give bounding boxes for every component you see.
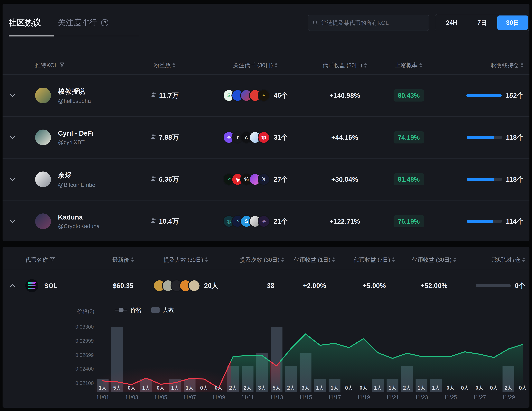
kol-handle[interactable]: @CryptoKaduna: [58, 223, 100, 229]
column-header[interactable]: 关注代币 (30日): [198, 61, 312, 69]
sort-icon: [419, 63, 422, 68]
mentioner-avatar-stack: [153, 280, 200, 292]
chevron-down-icon[interactable]: [9, 133, 17, 142]
chevron-down-icon[interactable]: [9, 175, 17, 184]
token-icon: tp: [258, 131, 270, 144]
bar-value-label: 0人: [211, 384, 226, 391]
bar-value-label: 1人: [371, 384, 385, 391]
time-filter-7d[interactable]: 7日: [467, 16, 497, 30]
column-header[interactable]: 提及次数 (30日): [225, 256, 284, 264]
followers-value: 6.36万: [159, 175, 179, 184]
bar-value-label: 3人: [298, 384, 313, 391]
x-tick-label: 11/23: [407, 394, 436, 400]
tokens-cell: ↗◉%X27个: [198, 173, 312, 186]
smart-money-cell: 118个: [440, 133, 523, 142]
kol-search[interactable]: [308, 15, 429, 31]
chart-canvas: [95, 324, 530, 392]
kol-handle[interactable]: @hellosuoha: [58, 98, 91, 104]
column-header[interactable]: 上涨概率: [377, 61, 440, 69]
chevron-up-icon[interactable]: [9, 282, 17, 290]
kol-handle[interactable]: @cyrilXBT: [58, 139, 94, 146]
kol-row[interactable]: 梭教授说@hellosuoha11.7万S✦46个+140.98%80.43%1…: [2, 74, 530, 117]
smart-money-cell: 114个: [440, 217, 523, 226]
x-tick-label: 11/11: [233, 394, 262, 400]
kol-table-header: 推特KOL粉丝数关注代币 (30日)代币收益 (30日)上涨概率聪明钱持仓: [2, 58, 530, 73]
kol-name[interactable]: 余烬: [58, 171, 97, 180]
chevron-down-icon[interactable]: [9, 217, 17, 225]
smart-money-count: 0个: [515, 281, 525, 290]
search-input[interactable]: [321, 20, 425, 26]
token-row[interactable]: SOL$60.3520人38+2.00%+5.00%+52.00%0个: [2, 269, 530, 302]
chevron-down-icon[interactable]: [9, 91, 17, 100]
followers-cell: 7.88万: [131, 133, 198, 142]
followers-icon: [150, 176, 157, 183]
time-filter-24h[interactable]: 24H: [437, 16, 467, 30]
winrate-cell: 74.19%: [377, 131, 440, 144]
kol-handle[interactable]: @BitcoinEmber: [58, 182, 97, 188]
kol-name[interactable]: Cyril - DeFi: [58, 129, 94, 137]
kol-name[interactable]: Kaduna: [58, 213, 100, 221]
expand-cell: [9, 282, 25, 290]
token-count: 27个: [274, 175, 288, 184]
expand-cell: [9, 133, 35, 142]
sort-icon: [453, 257, 456, 262]
column-header[interactable]: 最新价: [100, 256, 146, 264]
x-tick-label: 11/03: [117, 394, 146, 400]
kol-row[interactable]: Kaduna@CryptoKaduna10.4万◍⚡S◈21个+122.71%7…: [2, 200, 530, 243]
winrate-badge: 80.43%: [394, 89, 424, 101]
column-header[interactable]: 提及人数 (30日): [146, 256, 225, 264]
smart-money-cell: 0个: [464, 281, 525, 290]
bar-value-label: 3人: [255, 384, 269, 391]
token-count: 21个: [274, 217, 288, 226]
smart-money-count: 118个: [506, 133, 523, 142]
smart-money-bar: [467, 178, 502, 181]
tab-underline: [9, 36, 139, 36]
column-header[interactable]: 粉丝数: [131, 61, 198, 69]
help-icon[interactable]: ?: [101, 19, 108, 26]
column-header[interactable]: 代币收益 (30日): [404, 256, 464, 264]
smart-money-count: 152个: [505, 91, 523, 100]
y-tick-label: 0.03300: [63, 324, 94, 330]
token-table-header: 代币名称最新价提及人数 (30日)提及次数 (30日)代币收益 (1日)代币收益…: [2, 252, 530, 267]
price-mention-chart: 1人5人0人1人0人1人1人0人0人2人2人3人5人2人3人1人1人0人0人1人…: [95, 324, 530, 392]
x-tick-label: 11/17: [320, 394, 349, 400]
legend-people[interactable]: 人数: [152, 306, 174, 314]
winrate-cell: 76.19%: [377, 215, 440, 227]
column-header[interactable]: 推特KOL: [35, 61, 131, 69]
column-header[interactable]: 代币名称: [25, 256, 100, 264]
kol-name[interactable]: 梭教授说: [58, 87, 91, 96]
column-header-label: 上涨概率: [395, 61, 418, 69]
column-header[interactable]: 聪明钱持仓: [464, 256, 525, 264]
legend-price[interactable]: 价格: [115, 306, 142, 314]
x-tick-label: 11/21: [378, 394, 407, 400]
smart-money-bar: [467, 220, 502, 223]
divider: [2, 158, 530, 158]
chart-legend: 价格 人数: [115, 306, 174, 314]
divider: [2, 200, 530, 200]
kol-row[interactable]: Cyril - DeFi@cyrilXBT7.88万◈rctp31个+44.16…: [2, 116, 530, 158]
bar-value-label: 0人: [458, 384, 472, 391]
bar-value-label: 1人: [139, 384, 153, 391]
sort-icon: [392, 257, 395, 262]
kol-row[interactable]: 余烬@BitcoinEmber6.36万↗◉%X27个+30.04%81.48%…: [2, 158, 530, 200]
column-header[interactable]: 聪明钱持仓: [440, 61, 523, 69]
tab-community-hot[interactable]: 社区热议: [9, 17, 41, 28]
column-header-label: 推特KOL: [35, 61, 58, 69]
smart-money-bar: [466, 94, 502, 97]
time-filter-30d[interactable]: 30日: [497, 16, 528, 30]
column-header[interactable]: 代币收益 (1日): [284, 256, 345, 264]
smart-money-bar-fill: [467, 178, 494, 181]
tab-attention-ranking[interactable]: 关注度排行: [58, 17, 97, 28]
x-tick-label: 11/19: [349, 394, 378, 400]
y-tick-label: 0.02699: [63, 352, 94, 358]
column-header-label: 最新价: [112, 256, 129, 264]
sort-icon: [364, 63, 367, 68]
mentions-cell: 38: [225, 282, 284, 290]
column-header[interactable]: 代币收益 (7日): [345, 256, 404, 264]
smart-money-cell: 118个: [440, 175, 523, 184]
column-header[interactable]: 代币收益 (30日): [312, 61, 377, 69]
x-tick-label: 11/29: [494, 394, 523, 400]
smart-money-count: 118个: [506, 175, 523, 184]
bar-value-label: 0人: [443, 384, 458, 391]
kol-names: 余烬@BitcoinEmber: [58, 171, 97, 188]
